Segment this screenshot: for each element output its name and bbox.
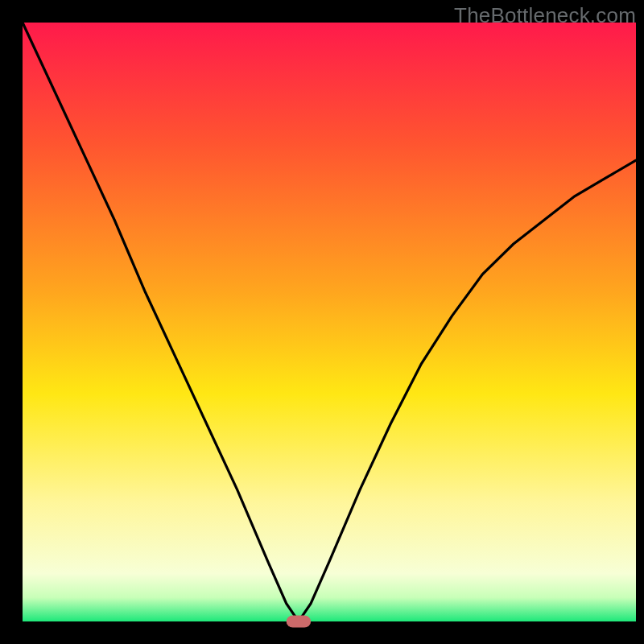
chart-frame: TheBottleneck.com	[0, 0, 644, 644]
bottleneck-chart	[0, 0, 644, 644]
plot-background	[23, 23, 636, 621]
optimum-marker	[287, 616, 311, 628]
watermark-text: TheBottleneck.com	[454, 3, 636, 28]
